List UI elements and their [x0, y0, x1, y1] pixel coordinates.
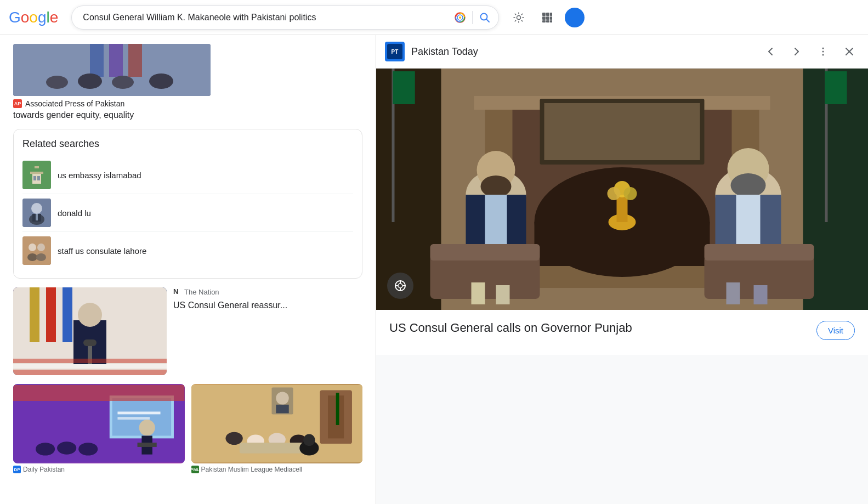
pml-source-icon: PML [191, 466, 199, 473]
svg-rect-6 [542, 13, 546, 16]
article-main-image [376, 69, 868, 310]
related-item-embassy[interactable]: us embassy islamabad [22, 156, 353, 194]
svg-rect-91 [825, 71, 847, 104]
close-icon [844, 46, 855, 57]
article-image-svg [376, 69, 868, 310]
svg-line-4 [486, 19, 489, 22]
svg-point-35 [29, 243, 36, 251]
article-footer-title: US Consul General calls on Governor Punj… [389, 321, 808, 335]
gear-icon [513, 12, 525, 24]
nation-article-title: US Consul General reassur... [173, 299, 362, 312]
svg-rect-103 [544, 103, 700, 160]
svg-point-21 [112, 76, 134, 89]
svg-point-59 [57, 441, 76, 454]
related-item-donald[interactable]: donald lu [22, 194, 353, 232]
svg-rect-17 [109, 44, 123, 77]
svg-rect-48 [13, 359, 167, 363]
article-back-button[interactable] [761, 42, 780, 61]
svg-point-38 [36, 253, 46, 261]
visit-button[interactable]: Visit [816, 321, 855, 340]
svg-rect-98 [617, 195, 628, 222]
svg-rect-72 [239, 443, 303, 454]
top-image-svg [13, 44, 211, 96]
related-label-embassy: us embassy islamabad [58, 171, 141, 180]
svg-rect-55 [117, 412, 160, 415]
top-image-placeholder [13, 44, 211, 96]
svg-rect-7 [546, 13, 549, 16]
svg-rect-49 [13, 364, 167, 369]
search-button[interactable] [477, 10, 492, 25]
search-bar-wrapper [71, 5, 499, 30]
svg-rect-76 [276, 405, 288, 414]
svg-point-123 [398, 284, 402, 288]
related-label-donald: donald lu [58, 208, 91, 218]
svg-point-81 [822, 54, 824, 56]
related-label-staff: staff us consulate lahore [58, 246, 146, 256]
related-thumb-embassy [22, 161, 51, 189]
main-content: AP Associated Press of Pakistan towards … [0, 35, 868, 504]
apps-button[interactable] [536, 7, 558, 29]
svg-rect-121 [754, 285, 768, 304]
nation-article-thumb [13, 287, 167, 375]
svg-point-5 [517, 15, 521, 19]
nation-article: N The Nation US Consul General reassur..… [13, 287, 362, 375]
search-divider [472, 11, 473, 24]
header-right [508, 7, 585, 29]
svg-point-36 [27, 253, 37, 261]
svg-rect-47 [83, 339, 97, 346]
article-close-button[interactable] [839, 42, 859, 61]
svg-point-30 [31, 203, 42, 214]
svg-point-22 [149, 73, 173, 89]
svg-rect-120 [727, 282, 740, 304]
svg-point-100 [608, 187, 621, 200]
svg-rect-13 [546, 20, 549, 22]
svg-rect-89 [393, 71, 415, 104]
nation-icon: N [173, 287, 182, 296]
svg-rect-44 [46, 287, 56, 342]
user-avatar-button[interactable] [565, 8, 585, 27]
svg-rect-11 [550, 16, 552, 20]
settings-button[interactable] [508, 7, 530, 29]
svg-rect-63 [138, 443, 157, 447]
lens-icon [394, 279, 407, 292]
article-more-button[interactable] [813, 42, 833, 61]
svg-rect-33 [36, 214, 38, 220]
article-body: US Consul General calls on Governor Punj… [376, 69, 868, 504]
svg-rect-45 [63, 287, 72, 342]
grid-icon [541, 12, 553, 24]
svg-point-111 [731, 173, 766, 197]
svg-point-75 [276, 392, 288, 404]
svg-rect-25 [35, 166, 39, 168]
pt-logo-inner: PT [387, 44, 402, 59]
lens-search-button[interactable] [387, 273, 413, 299]
ap-source-icon: AP [13, 99, 22, 108]
svg-point-60 [78, 443, 98, 455]
search-icons [452, 10, 492, 25]
svg-point-80 [822, 51, 824, 53]
svg-rect-115 [430, 244, 540, 261]
svg-rect-57 [13, 385, 185, 401]
svg-point-106 [481, 175, 512, 197]
related-thumb-donald [22, 199, 51, 227]
top-image-strip: AP Associated Press of Pakistan towards … [13, 44, 362, 120]
search-input[interactable] [71, 5, 499, 30]
camera-lens-button[interactable] [452, 10, 468, 25]
svg-rect-27 [33, 176, 36, 180]
google-logo: G o o g l e [9, 9, 58, 26]
source-name: Associated Press of Pakistan [25, 99, 124, 108]
bottom-image-dp[interactable]: DP Daily Pakistan [13, 384, 185, 473]
svg-point-101 [624, 187, 637, 200]
left-panel: AP Associated Press of Pakistan towards … [0, 35, 376, 504]
svg-rect-50 [13, 370, 167, 375]
svg-rect-43 [30, 287, 39, 342]
chevron-right-icon [791, 46, 802, 57]
svg-rect-73 [336, 393, 339, 425]
nation-source-name: The Nation [184, 288, 219, 296]
related-item-staff[interactable]: staff us consulate lahore [22, 232, 353, 269]
article-forward-button[interactable] [787, 42, 807, 61]
bottom-image-pml[interactable]: PML Pakistan Muslim League Mediacell [191, 384, 363, 473]
svg-rect-8 [550, 13, 552, 16]
svg-rect-34 [22, 236, 51, 265]
search-icon [479, 12, 490, 23]
svg-point-37 [37, 243, 45, 251]
